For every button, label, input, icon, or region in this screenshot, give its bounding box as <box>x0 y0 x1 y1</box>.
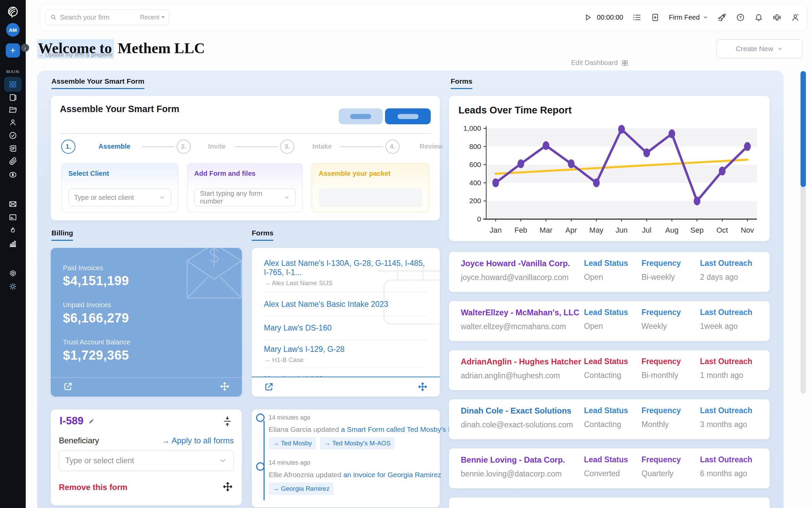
search-input[interactable] <box>57 14 140 21</box>
forms-card: Alex Last Name's I-130A, G-28, G-1145, I… <box>252 248 440 397</box>
search-box[interactable]: Recent <box>45 9 169 25</box>
queue-list-icon[interactable] <box>632 13 641 22</box>
notifications-bell-icon[interactable] <box>754 13 763 22</box>
collapse-vertical-icon[interactable] <box>222 416 232 427</box>
leads-line-chart: 02004006008001,000JanFebMarAprMayJunJulA… <box>459 124 760 236</box>
svg-text:200: 200 <box>469 197 481 205</box>
move-widget-icon[interactable] <box>222 481 233 492</box>
svg-text:Oct: Oct <box>716 226 728 234</box>
sidebar-collapse-button[interactable]: ‹ <box>21 44 29 52</box>
select-client-dropdown[interactable]: Type or select client <box>68 189 171 206</box>
lead-status-value: Open <box>584 273 628 282</box>
section-label-forms[interactable]: Forms <box>252 229 273 241</box>
dashboard-icon[interactable] <box>8 80 17 89</box>
svg-text:Jan: Jan <box>490 226 501 234</box>
form-row[interactable]: Mary Law's DS-160 <box>264 316 428 340</box>
paperclip-icon[interactable] <box>8 157 17 166</box>
svg-text:Apr: Apr <box>565 226 577 234</box>
sidebar: AM + ‹ MAIN <box>0 0 26 508</box>
step-3-circle[interactable]: 3. <box>280 140 294 154</box>
form-row[interactable]: Mary Law's I-129, G-28 → H1-B Case <box>264 340 428 368</box>
lead-card[interactable]: Joyce Howard -Vanilla Corp. joyce.howard… <box>449 252 770 292</box>
billing-dollar-icon[interactable] <box>8 170 17 179</box>
lead-name[interactable]: Dinah Cole - Exact Solutions <box>461 406 571 416</box>
scrollbar-thumb[interactable] <box>800 71 806 187</box>
lead-name[interactable]: AdrianAnglin - Hughes Hatcher <box>461 357 581 366</box>
lead-card[interactable]: AdrianAnglin - Hughes Hatcher adrian.ang… <box>449 350 770 390</box>
avatar[interactable]: AM <box>6 23 20 37</box>
add-card-button[interactable] <box>651 13 660 22</box>
toolbar: 00:00:00 Firm Feed ? <box>583 9 800 26</box>
svg-text:1,000: 1,000 <box>463 124 481 132</box>
svg-text:0: 0 <box>477 215 481 223</box>
step-3-label: Intake <box>312 143 332 150</box>
notebook-icon[interactable] <box>8 93 17 102</box>
rocket-icon[interactable] <box>718 13 727 22</box>
select-client-title: Select Client <box>68 170 109 177</box>
edit-pencil-icon[interactable] <box>88 417 96 425</box>
calendar-icon[interactable] <box>8 213 17 221</box>
caret-down-icon <box>161 16 165 18</box>
lead-name[interactable]: Bennie Loving - Data Corp. <box>461 455 565 465</box>
apply-to-all-forms-link[interactable]: → Apply to all forms <box>162 436 234 445</box>
activity-feed-card: 14 minutes ago Eliana Garcia updated a S… <box>252 409 440 507</box>
trust-balance-label: Trust Account Balance <box>63 338 130 346</box>
form-row[interactable]: Alex Last Name's I-130A, G-28, G-1145, I… <box>264 248 428 293</box>
step-connector <box>235 146 278 147</box>
chevron-down-icon <box>776 45 783 52</box>
lead-card[interactable]: Bennie Loving - Data Corp. bennie.loving… <box>449 448 770 488</box>
firm-feed-dropdown[interactable]: Firm Feed <box>669 14 708 21</box>
lead-name[interactable]: Joyce Howard -Vanilla Corp. <box>461 259 570 268</box>
tasks-check-icon[interactable] <box>8 131 17 140</box>
update-firm-link[interactable]: → Update my firm & preparer <box>38 51 113 58</box>
move-widget-icon[interactable] <box>418 382 428 392</box>
form-row[interactable]: Alex Last Name's Basic Intake 2023 <box>264 293 428 316</box>
beneficiary-client-dropdown[interactable]: Type or select client <box>59 450 234 471</box>
recent-dropdown[interactable]: Recent <box>140 14 165 21</box>
open-external-icon[interactable] <box>264 382 274 392</box>
add-form-dropdown[interactable]: Start typing any form number <box>194 189 296 206</box>
move-widget-icon[interactable] <box>220 381 230 391</box>
smart-form-card: Assemble Your Smart Form 1. Assemble 2. … <box>51 96 440 220</box>
activity-text[interactable]: Ellie Afrooznia updated an invoice for G… <box>269 471 441 479</box>
lead-card-partial[interactable] <box>449 498 770 508</box>
activity-tag[interactable]: → Georgia Ramirez <box>269 483 334 495</box>
settings-gear-icon[interactable] <box>8 269 17 278</box>
mobile-ring-icon[interactable] <box>772 13 782 22</box>
svg-text:800: 800 <box>469 143 481 150</box>
step-4-circle[interactable]: 4. <box>385 140 400 154</box>
user-profile-icon[interactable] <box>791 13 800 22</box>
activity-tag[interactable]: → Ted Mosby's M-AOS <box>320 437 395 449</box>
help-icon[interactable]: ? <box>736 13 745 22</box>
assemble-packet-panel: Assemble your packet <box>312 163 429 212</box>
lead-card[interactable]: WalterEllzey - McMahan's, LLC walter.ell… <box>449 301 770 341</box>
view-toggle-right[interactable] <box>385 108 431 124</box>
section-label-smart-form[interactable]: Assemble Your Smart Form <box>51 77 144 89</box>
edit-dashboard-button[interactable]: Edit Dashboard <box>571 59 629 67</box>
brightness-icon[interactable] <box>8 282 17 291</box>
lead-name[interactable]: WalterEllzey - McMahan's, LLC <box>461 308 579 317</box>
lead-card[interactable]: Dinah Cole - Exact Solutions dinah.cole@… <box>449 399 770 439</box>
unpaid-invoices-label: Unpaid Invoices <box>63 301 111 309</box>
bar-chart-icon[interactable] <box>8 239 17 248</box>
mail-icon[interactable] <box>8 199 17 208</box>
step-2-circle[interactable]: 2. <box>177 140 191 154</box>
contacts-icon[interactable] <box>8 118 17 127</box>
timeline-line <box>264 421 265 500</box>
remove-form-link[interactable]: Remove this form <box>59 483 128 492</box>
create-new-button[interactable]: Create New <box>717 39 803 58</box>
view-toggle-left[interactable] <box>339 108 383 124</box>
forms-icon[interactable] <box>8 144 17 153</box>
activity-tag[interactable]: → Ted Mosby <box>269 437 316 449</box>
section-label-leads[interactable]: Forms <box>451 77 472 89</box>
timer-play-button[interactable] <box>583 13 592 22</box>
app-logo-icon[interactable] <box>6 5 20 18</box>
activity-text[interactable]: Eliana Garcia updated a Smart Form calle… <box>269 425 464 433</box>
flame-icon[interactable] <box>8 226 17 235</box>
section-label-billing[interactable]: Billing <box>51 229 73 241</box>
lead-email: joyce.howard@vanillacorp.com <box>461 273 569 282</box>
folder-icon[interactable] <box>8 105 17 114</box>
step-1-circle[interactable]: 1. <box>61 140 75 154</box>
open-external-icon[interactable] <box>63 381 73 391</box>
sidebar-add-button[interactable]: + <box>6 43 20 58</box>
